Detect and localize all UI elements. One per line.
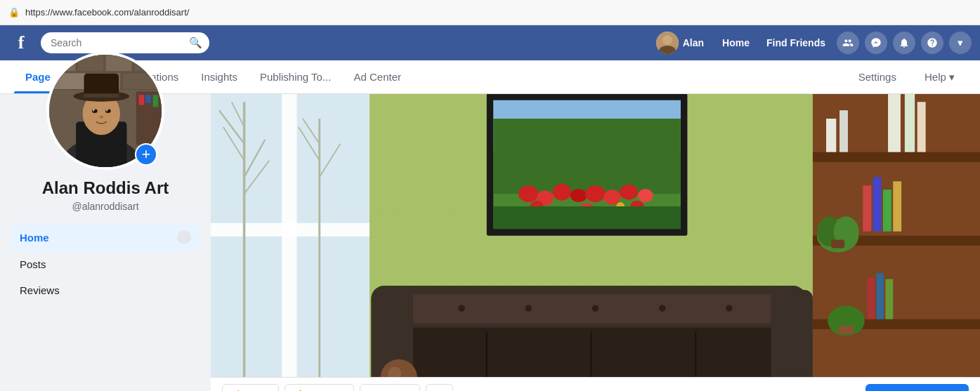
svg-point-28 [107, 110, 109, 112]
sidebar-posts-label: Posts [20, 258, 46, 270]
svg-point-93 [525, 305, 533, 312]
share-button[interactable]: ↗ Share [360, 384, 421, 391]
svg-rect-68 [813, 152, 980, 162]
nav-right: Alan Home Find Friends ▾ [656, 32, 973, 54]
tab-insights[interactable]: Insights [190, 61, 249, 93]
search-button[interactable]: 🔍 [189, 37, 202, 49]
svg-rect-5 [77, 55, 104, 72]
svg-rect-12 [139, 95, 145, 105]
svg-point-57 [603, 190, 620, 204]
svg-rect-74 [826, 119, 836, 152]
messenger-icon-btn[interactable] [865, 32, 887, 54]
sidebar-home-label: Home [20, 232, 49, 244]
svg-rect-13 [145, 95, 151, 102]
svg-rect-82 [883, 190, 891, 232]
svg-point-59 [638, 189, 653, 202]
svg-point-54 [553, 184, 571, 201]
svg-rect-72 [905, 94, 915, 152]
add-a-button[interactable]: + Add a Button [865, 384, 969, 391]
page-name: Alan Roddis Art [42, 178, 169, 198]
tab-settings[interactable]: Settings [847, 61, 908, 93]
svg-point-95 [659, 305, 666, 312]
sidebar-nav: Home Posts Reviews [11, 223, 200, 303]
left-sidebar: + Alan Roddis Art @alanroddisart Home Po… [0, 94, 211, 391]
svg-rect-81 [873, 177, 882, 231]
more-button[interactable]: ··· [426, 384, 453, 391]
svg-point-58 [620, 185, 638, 199]
main-content: + Alan Roddis Art @alanroddisart Home Po… [0, 94, 980, 391]
svg-rect-66 [493, 206, 681, 229]
svg-rect-85 [839, 326, 854, 334]
svg-rect-98 [771, 290, 813, 377]
url-text: https://www.facebook.com/alanroddisart/ [25, 7, 189, 18]
add-photo-button[interactable]: + [135, 143, 157, 166]
svg-point-1 [662, 35, 672, 45]
svg-rect-51 [493, 119, 681, 194]
svg-rect-86 [867, 277, 875, 319]
svg-rect-91 [386, 294, 796, 324]
user-info[interactable]: Alan [656, 32, 704, 54]
search-input[interactable] [41, 32, 209, 53]
action-bar: 👍 Like 🔔 Follow ↗ Share ··· + Add a Butt… [211, 377, 980, 391]
tab-ad-center[interactable]: Ad Center [342, 61, 412, 93]
like-button[interactable]: 👍 Like [222, 384, 279, 391]
dropdown-icon-btn[interactable]: ▾ [949, 32, 972, 54]
svg-rect-7 [133, 55, 162, 72]
nav-find-friends[interactable]: Find Friends [759, 33, 832, 53]
cover-photo-bg [211, 94, 980, 377]
svg-rect-73 [917, 102, 926, 152]
user-name: Alan [683, 37, 704, 48]
svg-rect-14 [153, 95, 159, 107]
help-icon-btn[interactable] [921, 32, 943, 54]
svg-point-52 [518, 185, 539, 202]
tabs-right: Settings Help ▾ [847, 61, 966, 93]
follow-button[interactable]: 🔔 Follow [285, 384, 354, 391]
sidebar-item-home[interactable]: Home [11, 223, 200, 251]
search-container: 🔍 [41, 32, 209, 53]
fb-logo[interactable]: f [7, 29, 35, 57]
svg-rect-87 [876, 273, 884, 319]
svg-rect-71 [888, 94, 901, 152]
tab-help[interactable]: Help ▾ [913, 61, 966, 93]
svg-point-55 [570, 189, 587, 202]
svg-rect-6 [105, 55, 132, 72]
svg-point-56 [585, 185, 606, 202]
page-handle: @alanroddisart [72, 201, 138, 212]
svg-point-96 [726, 305, 733, 312]
lock-icon: 🔒 [8, 7, 20, 18]
friends-icon-btn[interactable] [837, 32, 859, 54]
address-bar: 🔒 https://www.facebook.com/alanroddisart… [0, 0, 980, 25]
nav-home[interactable]: Home [715, 33, 757, 53]
svg-rect-32 [211, 223, 370, 237]
sidebar-item-reviews[interactable]: Reviews [11, 277, 200, 303]
profile-pic-container: + [46, 52, 164, 170]
cover-photo [211, 94, 980, 391]
notifications-icon-btn[interactable] [893, 32, 915, 54]
svg-rect-79 [831, 240, 844, 248]
svg-point-94 [592, 305, 599, 312]
svg-point-27 [93, 110, 96, 112]
cover-content: 👍 Like 🔔 Follow ↗ Share ··· + Add a Butt… [211, 94, 980, 391]
svg-rect-80 [863, 185, 871, 231]
svg-rect-75 [839, 110, 848, 152]
svg-point-29 [99, 116, 103, 119]
svg-rect-8 [49, 73, 86, 90]
home-nav-icon [177, 230, 191, 244]
svg-rect-83 [893, 181, 901, 231]
svg-rect-10 [122, 73, 162, 90]
fb-logo-letter: f [18, 32, 25, 53]
svg-rect-4 [49, 55, 76, 72]
svg-rect-88 [886, 279, 894, 319]
sidebar-item-posts[interactable]: Posts [11, 251, 200, 277]
sidebar-reviews-label: Reviews [20, 284, 60, 296]
svg-rect-22 [84, 93, 119, 98]
tab-publishing[interactable]: Publishing To... [249, 61, 342, 93]
user-avatar [656, 32, 679, 54]
svg-point-92 [458, 305, 465, 312]
